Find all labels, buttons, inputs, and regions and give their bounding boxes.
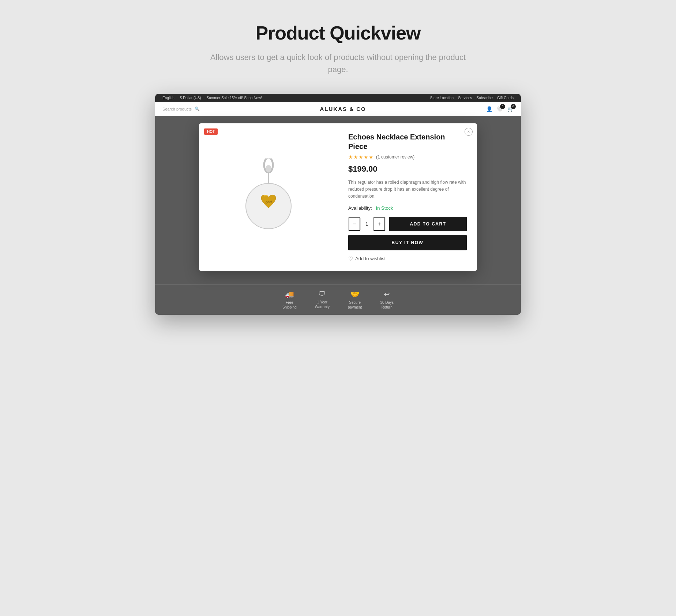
cart-icon[interactable]: 🛒 0: [507, 106, 514, 112]
store-footer: 🚚 FreeShipping 🛡 1 YearWarranty 🤝 Secure…: [155, 284, 521, 315]
nav-icons: 👤 🤍 0 🛒 0: [486, 106, 514, 112]
payment-label: Securepayment: [348, 300, 362, 310]
top-bar-left: English $ Dollar (US) Summer Sale 15% of…: [162, 96, 262, 100]
return-icon: ↩: [384, 290, 390, 299]
store-logo[interactable]: ALUKAS & CO: [320, 106, 366, 112]
page-header: Product Quickview Allows users to get a …: [210, 22, 466, 75]
svg-point-1: [266, 165, 271, 172]
warranty-label: 1 YearWarranty: [315, 300, 330, 309]
shipping-icon: 🚚: [285, 290, 294, 299]
shipping-label: FreeShipping: [282, 300, 297, 310]
availability: Availability: In Stock: [348, 205, 467, 211]
review-count[interactable]: (1 customer review): [376, 154, 414, 160]
payment-icon: 🤝: [350, 290, 360, 299]
cart-badge: 0: [511, 104, 516, 109]
page-title: Product Quickview: [210, 22, 466, 44]
wishlist-icon[interactable]: 🤍 0: [497, 106, 503, 112]
quickview-modal: HOT gold: [199, 123, 477, 271]
search-area[interactable]: Search products 🔍: [162, 107, 200, 111]
top-bar-right: Store Location Services Subscribe Gift C…: [430, 96, 514, 100]
add-to-cart-button[interactable]: ADD TO CART: [389, 217, 467, 231]
product-price: $199.00: [348, 164, 467, 174]
currency-selector[interactable]: $ Dollar (US): [180, 96, 201, 100]
wishlist-row[interactable]: ♡ Add to wishlist: [348, 255, 467, 262]
wishlist-badge: 0: [500, 104, 505, 109]
warranty-icon: 🛡: [319, 290, 326, 298]
cart-row: − 1 + ADD TO CART: [348, 217, 467, 231]
promo-text: Summer Sale 15% off! Shop Now!: [207, 96, 262, 100]
services-link[interactable]: Services: [458, 96, 472, 100]
product-rating: ★★★★★ (1 customer review): [348, 154, 467, 160]
search-placeholder: Search products: [162, 107, 192, 111]
store-location-link[interactable]: Store Location: [430, 96, 454, 100]
qty-minus-button[interactable]: −: [349, 217, 360, 231]
store-frame: English $ Dollar (US) Summer Sale 15% of…: [155, 94, 521, 315]
availability-value: In Stock: [376, 205, 393, 211]
return-label: 30 DaysReturn: [380, 300, 394, 310]
language-selector[interactable]: English: [162, 96, 174, 100]
account-icon[interactable]: 👤: [486, 106, 492, 112]
svg-text:gold: gold: [266, 200, 272, 204]
star-rating: ★★★★★: [348, 154, 374, 160]
close-button[interactable]: ×: [465, 128, 473, 136]
heart-icon: ♡: [348, 255, 353, 262]
buy-it-now-button[interactable]: BUY IT NOW: [348, 235, 467, 250]
product-description: This regulator has a rolled diaphragm an…: [348, 179, 467, 200]
page-subtitle: Allows users to get a quick look of prod…: [210, 51, 466, 75]
necklace-svg: gold: [236, 158, 301, 235]
gift-cards-link[interactable]: Gift Cards: [497, 96, 514, 100]
availability-label: Availability:: [348, 205, 372, 211]
qty-plus-button[interactable]: +: [373, 217, 385, 231]
qty-value: 1: [360, 218, 373, 230]
hot-badge: HOT: [204, 128, 218, 135]
product-details-side: × Echoes Necklace Extension Piece ★★★★★ …: [338, 123, 477, 271]
footer-payment: 🤝 Securepayment: [348, 290, 362, 310]
product-image: gold: [232, 157, 305, 237]
wishlist-label: Add to wishlist: [355, 256, 386, 261]
product-image-side: HOT gold: [199, 123, 338, 271]
top-bar: English $ Dollar (US) Summer Sale 15% of…: [155, 94, 521, 102]
product-name: Echoes Necklace Extension Piece: [348, 132, 467, 151]
store-content: HOT gold: [155, 116, 521, 284]
nav-bar: Search products 🔍 ALUKAS & CO 👤 🤍 0 🛒 0: [155, 102, 521, 116]
footer-return: ↩ 30 DaysReturn: [380, 290, 394, 310]
footer-shipping: 🚚 FreeShipping: [282, 290, 297, 310]
quantity-control: − 1 +: [348, 217, 386, 231]
search-icon[interactable]: 🔍: [195, 107, 200, 111]
subscribe-link[interactable]: Subscribe: [477, 96, 493, 100]
footer-warranty: 🛡 1 YearWarranty: [315, 290, 330, 310]
